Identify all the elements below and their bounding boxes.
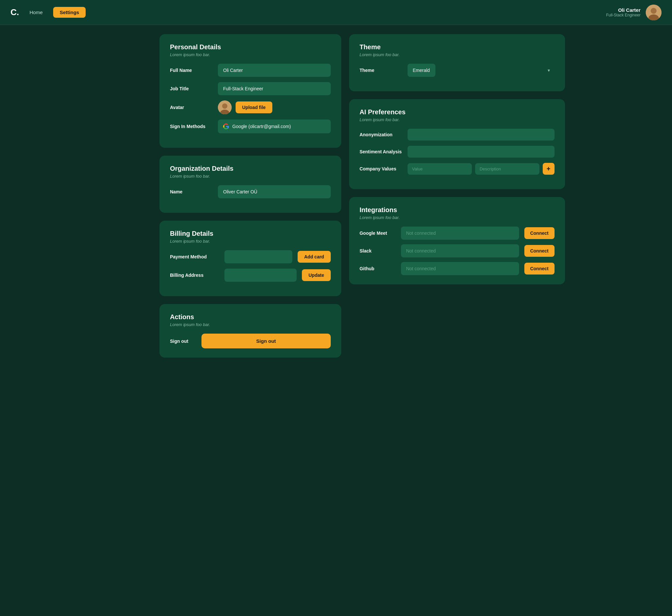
organization-details-card: Organization Details Lorem ipsum foo bar… — [159, 156, 341, 213]
ai-subtitle: Lorem ipsum foo bar. — [360, 117, 555, 122]
org-name-input[interactable] — [218, 185, 331, 198]
github-row: Github Not connected Connect — [360, 262, 555, 275]
user-title: Full-Stack Engineer — [606, 13, 641, 17]
sign-in-value: Google (olicartr@gmail.com) — [232, 124, 291, 129]
navbar-right: Oli Carter Full-Stack Engineer — [606, 5, 661, 20]
theme-card: Theme Lorem ipsum foo bar. Theme Emerald… — [349, 34, 565, 91]
company-values-inputs: + — [408, 163, 555, 175]
actions-subtitle: Lorem ipsum foo bar. — [170, 322, 331, 327]
description-input[interactable] — [475, 163, 539, 175]
org-name-row: Name — [170, 185, 331, 198]
add-card-button[interactable]: Add card — [298, 251, 331, 263]
theme-row: Theme Emerald Dark Light ▾ — [360, 64, 555, 77]
billing-subtitle: Lorem ipsum foo bar. — [170, 239, 331, 244]
avatar-label: Avatar — [170, 105, 213, 110]
org-title: Organization Details — [170, 165, 331, 172]
sign-out-button[interactable]: Sign out — [201, 334, 331, 349]
theme-title: Theme — [360, 43, 555, 51]
full-name-row: Full Name — [170, 64, 331, 77]
avatar — [646, 5, 661, 20]
org-name-label: Name — [170, 189, 213, 194]
integrations-title: Integrations — [360, 206, 555, 214]
ai-preferences-card: AI Preferences Lorem ipsum foo bar. Anon… — [349, 99, 565, 189]
svg-point-4 — [222, 103, 227, 109]
google-icon — [223, 123, 229, 129]
job-title-label: Job Title — [170, 86, 213, 91]
org-subtitle: Lorem ipsum foo bar. — [170, 174, 331, 179]
left-column: Personal Details Lorem ipsum foo bar. Fu… — [159, 34, 341, 358]
job-title-input[interactable] — [218, 82, 331, 95]
billing-address-input[interactable] — [224, 268, 297, 282]
personal-details-card: Personal Details Lorem ipsum foo bar. Fu… — [159, 34, 341, 148]
integrations-subtitle: Lorem ipsum foo bar. — [360, 215, 555, 220]
actions-title: Actions — [170, 313, 331, 321]
job-title-row: Job Title — [170, 82, 331, 95]
theme-subtitle: Lorem ipsum foo bar. — [360, 52, 555, 57]
navbar-left: C. Home Settings — [11, 7, 86, 18]
update-button[interactable]: Update — [302, 269, 330, 281]
slack-label: Slack — [360, 248, 396, 253]
github-connect-button[interactable]: Connect — [524, 263, 555, 274]
chevron-down-icon: ▾ — [548, 68, 550, 73]
add-value-button[interactable]: + — [543, 163, 555, 175]
sentiment-toggle[interactable] — [408, 146, 555, 158]
payment-label: Payment Method — [170, 254, 219, 259]
avatar-upload-area: Upload file — [218, 100, 272, 114]
google-meet-status: Not connected — [401, 226, 519, 240]
sign-in-row: Sign In Methods Google (olicartr@gmail.c… — [170, 119, 331, 133]
actions-card: Actions Lorem ipsum foo bar. Sign out Si… — [159, 304, 341, 358]
anonymization-label: Anonymization — [360, 132, 402, 137]
signout-label: Sign out — [170, 339, 196, 344]
google-meet-label: Google Meet — [360, 230, 396, 236]
payment-method-row: Payment Method Add card — [170, 250, 331, 263]
theme-select[interactable]: Emerald Dark Light — [408, 64, 435, 77]
signout-row: Sign out Sign out — [170, 334, 331, 349]
avatar-preview — [218, 100, 232, 114]
google-meet-connect-button[interactable]: Connect — [524, 227, 555, 239]
main-content: Personal Details Lorem ipsum foo bar. Fu… — [149, 25, 523, 367]
personal-details-subtitle: Lorem ipsum foo bar. — [170, 52, 331, 57]
github-label: Github — [360, 266, 396, 271]
billing-address-row: Billing Address Update — [170, 268, 331, 282]
full-name-label: Full Name — [170, 68, 213, 73]
anonymization-toggle[interactable] — [408, 129, 555, 140]
user-name: Oli Carter — [606, 7, 641, 13]
settings-button[interactable]: Settings — [53, 7, 86, 18]
personal-details-title: Personal Details — [170, 43, 331, 51]
logo-text: C. — [11, 7, 19, 17]
avatar-row: Avatar Upload file — [170, 100, 331, 114]
sign-in-method: Google (olicartr@gmail.com) — [218, 119, 331, 133]
home-link[interactable]: Home — [30, 10, 43, 15]
sign-in-label: Sign In Methods — [170, 124, 213, 129]
full-name-input[interactable] — [218, 64, 331, 77]
logo: C. — [11, 7, 19, 17]
navbar: C. Home Settings Oli Carter Full-Stack E… — [0, 0, 672, 25]
google-meet-row: Google Meet Not connected Connect — [360, 226, 555, 240]
billing-details-card: Billing Details Lorem ipsum foo bar. Pay… — [159, 221, 341, 296]
upload-file-button[interactable]: Upload file — [236, 101, 272, 113]
payment-method-input[interactable] — [224, 250, 292, 263]
user-info: Oli Carter Full-Stack Engineer — [606, 7, 641, 17]
company-values-row: Company Values + — [360, 163, 555, 175]
company-values-label: Company Values — [360, 166, 402, 171]
ai-title: AI Preferences — [360, 108, 555, 116]
github-status: Not connected — [401, 262, 519, 275]
integrations-card: Integrations Lorem ipsum foo bar. Google… — [349, 197, 565, 284]
right-column: Theme Lorem ipsum foo bar. Theme Emerald… — [349, 34, 565, 358]
anonymization-row: Anonymization — [360, 129, 555, 140]
billing-title: Billing Details — [170, 230, 331, 237]
svg-point-1 — [651, 8, 657, 14]
theme-label: Theme — [360, 68, 402, 73]
slack-status: Not connected — [401, 244, 519, 257]
theme-select-wrapper: Emerald Dark Light ▾ — [408, 64, 555, 77]
sentiment-row: Sentiment Analysis — [360, 146, 555, 158]
sentiment-label: Sentiment Analysis — [360, 149, 402, 154]
value-input[interactable] — [408, 163, 472, 175]
billing-address-label: Billing Address — [170, 272, 219, 278]
slack-connect-button[interactable]: Connect — [524, 245, 555, 257]
slack-row: Slack Not connected Connect — [360, 244, 555, 257]
